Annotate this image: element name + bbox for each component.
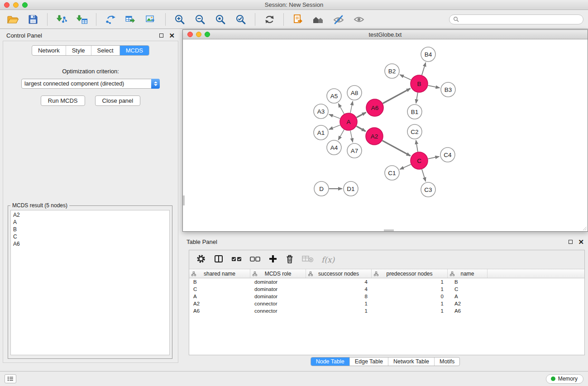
mcds-result-item[interactable]: A	[13, 219, 167, 226]
network-edge-A-A5[interactable]	[338, 104, 344, 114]
tab-mcds[interactable]: MCDS	[120, 46, 149, 55]
network-edge-A2-C[interactable]	[382, 141, 411, 156]
close-window-icon[interactable]	[4, 2, 10, 8]
vertical-scrollbar[interactable]	[183, 195, 185, 205]
minimize-network-window-icon[interactable]	[196, 32, 201, 37]
table-cell[interactable]: A6	[189, 307, 250, 315]
network-node-A2[interactable]: A2	[366, 128, 383, 145]
table-cell[interactable]: dominator	[250, 293, 306, 300]
network-node-C2[interactable]: C2	[407, 124, 422, 139]
network-edge-B-B2[interactable]	[400, 75, 411, 80]
table-cell[interactable]: B	[448, 278, 488, 286]
network-edge-A-A1[interactable]	[329, 125, 340, 129]
network-node-C3[interactable]: C3	[421, 182, 435, 197]
tab-select[interactable]: Select	[91, 46, 120, 55]
network-edge-C-C2[interactable]	[416, 140, 418, 152]
horizontal-scrollbar[interactable]	[384, 229, 394, 231]
table-cell[interactable]: A2	[189, 300, 250, 307]
table-settings-gear-icon[interactable]	[196, 254, 206, 266]
delete-column-icon[interactable]	[285, 254, 294, 266]
tab-network[interactable]: Network	[32, 46, 66, 55]
run-mcds-button[interactable]: Run MCDS	[41, 95, 85, 106]
network-node-A4[interactable]: A4	[327, 140, 341, 155]
zoom-selected-icon[interactable]	[233, 12, 249, 27]
close-table-panel-icon[interactable]: ✕	[578, 238, 584, 245]
table-cell[interactable]: 1	[372, 307, 448, 315]
zoom-network-window-icon[interactable]	[205, 32, 210, 37]
table-cell[interactable]: A	[448, 293, 488, 300]
table-cell[interactable]: A6	[448, 307, 488, 315]
network-edge-B-B4[interactable]	[422, 62, 426, 75]
network-edge-C-C3[interactable]	[422, 169, 425, 181]
tab-node-table[interactable]: Node Table	[311, 357, 349, 366]
tab-edge-table[interactable]: Edge Table	[349, 357, 388, 366]
graphics-details-icon[interactable]	[330, 12, 347, 27]
column-header-name[interactable]: name	[448, 269, 488, 278]
mcds-result-item[interactable]: B	[13, 226, 167, 233]
deselect-all-rows-icon[interactable]	[250, 255, 261, 264]
mcds-result-item[interactable]: A6	[13, 240, 167, 248]
table-row[interactable]: Bdominator41B	[189, 278, 584, 286]
network-canvas[interactable]: B4B2BB3B1A5A8A6A3AA1C2A4A7A2C4CC1C3DD1	[183, 39, 588, 231]
network-node-C1[interactable]: C1	[385, 166, 399, 180]
import-table-icon[interactable]	[74, 12, 90, 27]
import-network-icon[interactable]	[53, 12, 70, 27]
network-window-titlebar[interactable]: testGlobe.txt	[183, 30, 588, 39]
network-edge-C-C1[interactable]	[400, 164, 411, 169]
table-cell[interactable]: connector	[250, 307, 306, 315]
mcds-result-item[interactable]: A2	[13, 211, 167, 219]
table-cell[interactable]: C	[448, 286, 488, 293]
network-edge-B-B3[interactable]	[428, 86, 440, 88]
network-node-B3[interactable]: B3	[441, 82, 455, 97]
first-neighbors-icon[interactable]	[290, 12, 306, 27]
table-cell[interactable]: A	[189, 293, 250, 300]
function-builder-icon[interactable]: f(x)	[321, 255, 335, 264]
network-node-A3[interactable]: A3	[314, 104, 328, 119]
delete-table-icon[interactable]	[302, 255, 314, 265]
table-cell[interactable]: B	[189, 278, 250, 286]
close-panel-button[interactable]: Close panel	[95, 95, 141, 106]
table-row[interactable]: A6connector11A6	[189, 307, 584, 315]
table-cell[interactable]: A2	[448, 300, 488, 307]
mcds-result-item[interactable]: C	[13, 233, 167, 240]
table-row[interactable]: A2connector11A2	[189, 300, 584, 307]
task-history-icon[interactable]	[5, 374, 16, 383]
home-icon[interactable]	[310, 12, 326, 27]
table-cell[interactable]: 4	[306, 286, 372, 293]
table-cell[interactable]: dominator	[250, 286, 306, 293]
table-row[interactable]: Adominator80A	[189, 293, 584, 300]
tab-style[interactable]: Style	[66, 46, 91, 55]
close-panel-icon[interactable]: ✕	[169, 32, 175, 39]
apply-layout-icon[interactable]	[261, 12, 277, 27]
table-cell[interactable]: 1	[372, 278, 448, 286]
resize-grip-icon[interactable]	[582, 225, 587, 231]
table-cell[interactable]: dominator	[250, 278, 306, 286]
search-input[interactable]	[461, 16, 579, 23]
network-node-A[interactable]: A	[340, 113, 357, 130]
network-node-B2[interactable]: B2	[385, 64, 399, 78]
network-edge-A-A6[interactable]	[357, 112, 366, 117]
column-header-mcds-role[interactable]: MCDS role	[250, 269, 306, 278]
table-row[interactable]: Cdominator41C	[189, 286, 584, 293]
network-edge-B-B1[interactable]	[416, 93, 418, 103]
network-edge-A6-B[interactable]	[383, 88, 411, 103]
network-edge-A-A7[interactable]	[350, 131, 353, 143]
save-session-icon[interactable]	[25, 12, 41, 27]
network-edge-C-C4[interactable]	[428, 157, 440, 159]
close-network-window-icon[interactable]	[187, 32, 193, 37]
column-header-shared-name[interactable]: shared name	[189, 269, 250, 278]
tab-motifs[interactable]: Motifs	[434, 357, 459, 366]
network-edge-A-A3[interactable]	[329, 114, 340, 119]
table-cell[interactable]: 1	[306, 307, 372, 315]
network-node-A1[interactable]: A1	[314, 125, 328, 140]
add-column-icon[interactable]	[268, 254, 277, 265]
network-edge-A-A4[interactable]	[338, 129, 344, 140]
table-cell[interactable]: 4	[306, 278, 372, 286]
network-node-D[interactable]: D	[314, 181, 329, 196]
float-panel-icon[interactable]	[159, 33, 163, 38]
table-cell[interactable]: 1	[372, 300, 448, 307]
network-node-C4[interactable]: C4	[440, 148, 455, 162]
minimize-window-icon[interactable]	[13, 2, 19, 8]
export-image-icon[interactable]	[143, 12, 159, 27]
column-header-predecessor-nodes[interactable]: predecessor nodes	[372, 269, 448, 278]
